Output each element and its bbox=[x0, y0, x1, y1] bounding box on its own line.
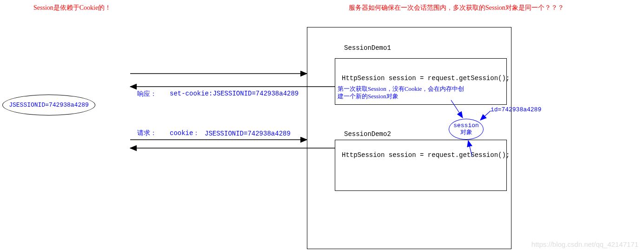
session-id-label: id=742938a4289 bbox=[491, 106, 541, 113]
demo1-title: SessionDemo1 bbox=[344, 44, 391, 52]
demo2-code: HttpSession session = request.getSession… bbox=[342, 151, 510, 159]
demo1-note: 第一次获取Session，没有Cookie，会在内存中创建一个新的Session… bbox=[338, 85, 468, 101]
request-label: 请求： bbox=[137, 129, 157, 137]
response-label: 响应： bbox=[137, 90, 157, 98]
watermark: https://blog.csdn.net/qq_42147171 bbox=[531, 240, 638, 248]
heading-left: Session是依赖于Cookie的！ bbox=[33, 4, 111, 12]
demo1-code: HttpSession session = request.getSession… bbox=[342, 75, 510, 82]
heading-right: 服务器如何确保在一次会话范围内，多次获取的Session对象是同一个？？？ bbox=[349, 4, 564, 12]
session-object-ellipse: session 对象 bbox=[449, 119, 484, 140]
response-header: set-cookie:JSESSIONID=742938a4289 bbox=[170, 90, 299, 97]
demo2-box bbox=[335, 140, 507, 191]
client-cookie-ellipse: JSESSIONID=742938a4289 bbox=[2, 95, 95, 115]
client-cookie-value: JSESSIONID=742938a4289 bbox=[9, 102, 89, 109]
demo2-title: SessionDemo2 bbox=[344, 130, 391, 138]
request-cookie-label: cookie： bbox=[170, 129, 199, 137]
session-object-line2: 对象 bbox=[460, 129, 472, 136]
request-cookie-value: JSESSIONID=742938a4289 bbox=[205, 130, 291, 137]
session-object-line1: session bbox=[453, 122, 479, 129]
